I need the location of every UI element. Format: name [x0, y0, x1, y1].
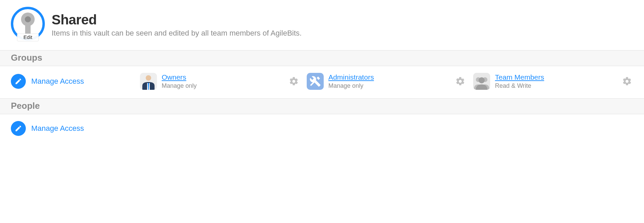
admins-icon: [307, 73, 324, 90]
vault-icon[interactable]: Edit: [11, 7, 45, 41]
vault-header: Edit Shared Items in this vault can be s…: [0, 0, 644, 50]
group-team-members-settings[interactable]: [621, 75, 633, 87]
owners-icon: [140, 73, 157, 90]
pencil-icon: [11, 121, 26, 136]
vault-description: Items in this vault can be seen and edit…: [52, 28, 633, 38]
pencil-svg-icon: [15, 125, 22, 132]
group-owners-settings[interactable]: [288, 75, 300, 87]
group-owners: Owners Manage only: [140, 73, 300, 90]
groups-section-header: Groups: [0, 50, 644, 66]
group-administrators-settings[interactable]: [454, 75, 466, 87]
group-owners-permission: Manage only: [162, 82, 283, 90]
group-team-members: Team Members Read & Write: [473, 73, 633, 90]
people-section-header: People: [0, 98, 644, 114]
svg-point-2: [25, 16, 31, 22]
pencil-svg-icon: [15, 78, 22, 85]
vault-header-text: Shared Items in this vault can be seen a…: [52, 9, 633, 38]
edit-vault-button[interactable]: Edit: [17, 34, 39, 41]
group-administrators-link[interactable]: Administrators: [328, 73, 374, 81]
manage-access-groups[interactable]: Manage Access: [11, 74, 140, 89]
manage-access-people[interactable]: Manage Access: [11, 121, 140, 136]
group-administrators: Administrators Manage only: [307, 73, 467, 90]
vault-title: Shared: [52, 12, 633, 27]
gear-icon: [289, 76, 299, 86]
groups-section-body: Manage Access Owners Manage only: [0, 66, 644, 98]
group-team-members-permission: Read & Write: [495, 82, 616, 90]
group-team-members-link[interactable]: Team Members: [495, 73, 544, 81]
people-section-body: Manage Access: [0, 114, 644, 144]
group-administrators-permission: Manage only: [328, 82, 450, 90]
team-icon: [473, 73, 490, 90]
pencil-icon: [11, 74, 26, 89]
gear-icon: [455, 76, 465, 86]
svg-point-9: [479, 77, 485, 83]
groups-list: Owners Manage only Administrators Manage…: [140, 73, 633, 90]
svg-point-4: [146, 75, 151, 81]
group-owners-link[interactable]: Owners: [162, 73, 186, 81]
manage-access-label: Manage Access: [31, 77, 84, 86]
manage-access-label: Manage Access: [31, 124, 84, 133]
gear-icon: [622, 76, 632, 86]
